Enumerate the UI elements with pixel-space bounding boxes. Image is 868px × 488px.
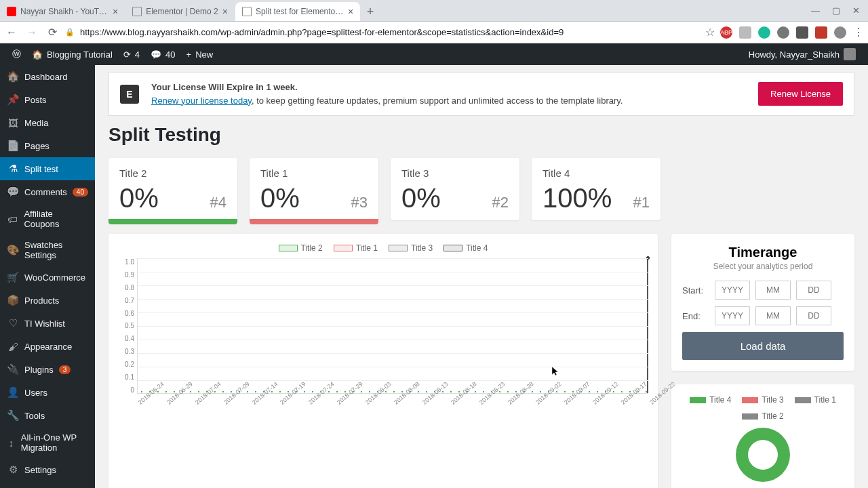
y-tick-label: 0.7 — [118, 297, 134, 304]
wp-logo[interactable]: ⓦ — [7, 48, 26, 60]
menu-label: Settings — [24, 465, 56, 475]
donut-legend-item[interactable]: Title 1 — [795, 395, 836, 405]
menu-label: Tools — [24, 411, 45, 421]
donut-chart — [736, 428, 790, 482]
back-button[interactable]: ← — [4, 25, 19, 40]
extension-icon[interactable] — [815, 26, 827, 39]
stat-card: Title 1 0%#3 — [250, 158, 378, 220]
close-window-icon[interactable]: ✕ — [852, 5, 860, 16]
menu-icon: 📦 — [7, 294, 19, 306]
avatar — [844, 48, 856, 60]
sidebar-item-elements[interactable]: ▦Elements — [0, 481, 95, 488]
legend-item[interactable]: Title 3 — [389, 243, 433, 253]
abp-extension-icon[interactable]: ABP — [720, 26, 732, 39]
extension-icon[interactable] — [758, 26, 770, 39]
line-chart-panel: Title 2Title 1Title 3Title 4 1.00.90.80.… — [108, 234, 658, 488]
sidebar-item-products[interactable]: 📦Products — [0, 289, 95, 312]
menu-icon[interactable]: ⋮ — [853, 26, 864, 39]
start-month-input[interactable] — [755, 281, 791, 300]
new-content-link[interactable]: + New — [181, 49, 219, 60]
sidebar-item-settings[interactable]: ⚙Settings — [0, 458, 95, 481]
legend-label: Title 3 — [762, 395, 783, 405]
start-day-input[interactable] — [796, 281, 831, 300]
sidebar-item-woocommerce[interactable]: 🛒WooCommerce — [0, 266, 95, 289]
updates-link[interactable]: ⟳ 4 — [118, 49, 145, 60]
stat-card: Title 4 100%#1 — [532, 158, 660, 220]
chart-canvas: 1.00.90.80.70.60.50.40.30.20.10 2018-06-… — [118, 258, 648, 414]
reload-button[interactable]: ⟳ — [45, 25, 60, 40]
forward-button[interactable]: → — [24, 25, 39, 40]
legend-swatch — [795, 397, 811, 403]
maximize-icon[interactable]: ▢ — [832, 5, 840, 16]
card-accent-bar — [108, 219, 237, 224]
menu-icon: 🖼 — [7, 117, 19, 129]
card-accent-bar — [250, 219, 378, 224]
sidebar-item-swatches-settings[interactable]: 🎨Swatches Settings — [0, 235, 95, 266]
y-tick-label: 0.2 — [118, 361, 134, 368]
new-tab-button[interactable]: + — [361, 2, 380, 21]
star-icon[interactable]: ☆ — [705, 26, 715, 39]
y-tick-label: 0.4 — [118, 335, 134, 342]
profile-avatar-icon[interactable] — [834, 26, 846, 39]
close-icon[interactable]: × — [348, 6, 353, 17]
sidebar-item-dashboard[interactable]: 🏠Dashboard — [0, 65, 95, 88]
menu-icon: 📌 — [7, 94, 19, 106]
sidebar-item-users[interactable]: 👤Users — [0, 381, 95, 404]
sidebar-item-posts[interactable]: 📌Posts — [0, 88, 95, 111]
sidebar-item-plugins[interactable]: 🔌Plugins3 — [0, 358, 95, 381]
legend-item[interactable]: Title 4 — [443, 243, 488, 253]
tab-title: Split test for Elementor ‹ Bloggin... — [256, 7, 344, 16]
menu-label: Pages — [24, 141, 50, 151]
sidebar-item-affiliate-coupons[interactable]: 🏷Affiliate Coupons — [0, 203, 95, 235]
sidebar-item-pages[interactable]: 📄Pages — [0, 134, 95, 157]
donut-legend-item[interactable]: Title 4 — [690, 395, 731, 405]
menu-icon: 🖌 — [7, 340, 19, 352]
menu-icon: ↕ — [7, 436, 16, 449]
start-year-input[interactable] — [715, 281, 750, 300]
sidebar-item-tools[interactable]: 🔧Tools — [0, 404, 95, 427]
extension-icon[interactable] — [777, 26, 789, 39]
sidebar-item-all-in-one-wp-migration[interactable]: ↕All-in-One WP Migration — [0, 427, 95, 458]
site-name[interactable]: 🏠 Blogging Tutorial — [26, 49, 118, 60]
howdy-account[interactable]: Howdy, Nayyar_Shaikh — [743, 48, 861, 60]
y-tick-label: 0.1 — [118, 373, 134, 381]
browser-tab-active[interactable]: Split test for Elementor ‹ Bloggin... × — [235, 2, 360, 21]
menu-icon: ⚗ — [7, 163, 19, 175]
wp-adminbar: ⓦ 🏠 Blogging Tutorial ⟳ 4 💬 40 + New How… — [0, 43, 868, 65]
renew-license-button[interactable]: Renew License — [758, 82, 843, 106]
renew-license-link[interactable]: Renew your license today — [151, 96, 252, 106]
end-month-input[interactable] — [755, 306, 791, 325]
elementor-icon: E — [120, 85, 139, 104]
sidebar-item-split-test[interactable]: ⚗Split test — [0, 157, 95, 180]
legend-item[interactable]: Title 2 — [279, 243, 323, 253]
y-tick-label: 0 — [118, 386, 134, 394]
donut-legend-item[interactable]: Title 2 — [742, 411, 783, 421]
menu-label: Comments — [24, 187, 67, 197]
address-bar[interactable]: https://www.blog.nayyarshaikh.com/wp-adm… — [80, 27, 700, 37]
close-icon[interactable]: × — [222, 6, 228, 17]
sidebar-item-comments[interactable]: 💬Comments40 — [0, 180, 95, 203]
load-data-button[interactable]: Load data — [682, 332, 844, 360]
end-year-input[interactable] — [715, 306, 750, 325]
extension-icon[interactable] — [739, 26, 751, 39]
menu-label: Media — [24, 118, 48, 128]
sidebar-item-appearance[interactable]: 🖌Appearance — [0, 335, 95, 358]
donut-legend: Title 4Title 3Title 1Title 2 — [682, 395, 844, 421]
browser-tab[interactable]: Elementor | Demo 2 × — [125, 2, 235, 21]
minimize-icon[interactable]: — — [811, 5, 820, 16]
legend-label: Title 2 — [301, 243, 323, 253]
donut-legend-item[interactable]: Title 3 — [742, 395, 783, 405]
browser-tab[interactable]: Nayyar Shaikh - YouTube × — [0, 2, 125, 21]
legend-label: Title 3 — [411, 243, 433, 253]
card-percentage: 0% — [260, 183, 300, 214]
tab-title: Elementor | Demo 2 — [146, 7, 218, 16]
comments-link[interactable]: 💬 40 — [145, 49, 180, 60]
sidebar-item-ti-wishlist[interactable]: ♡TI Wishlist — [0, 312, 95, 335]
sidebar-item-media[interactable]: 🖼Media — [0, 111, 95, 134]
close-icon[interactable]: × — [113, 6, 118, 17]
legend-item[interactable]: Title 1 — [334, 243, 378, 253]
extension-icon[interactable] — [796, 26, 808, 39]
y-tick-label: 0.9 — [118, 271, 134, 279]
end-day-input[interactable] — [796, 306, 831, 325]
card-rank: #3 — [351, 194, 368, 211]
